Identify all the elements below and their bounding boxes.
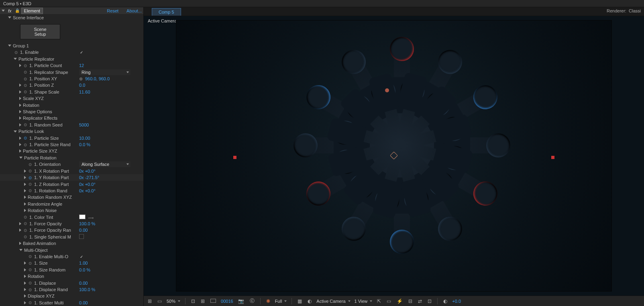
position-z-row[interactable]: ⊙ 1. Position Z 0.0 [0,82,143,88]
expand-icon[interactable] [19,116,21,120]
scatter-multi-row[interactable]: ⊙ 1. Scatter Multi 0.00 [0,300,143,306]
enable-multi-row[interactable]: ⊙ 1. Enable Multi-O ✓ [0,253,143,260]
enable-checkbox[interactable]: ✓ [79,50,84,55]
enable-multi-checkbox[interactable]: ✓ [79,254,84,259]
stopwatch-icon[interactable]: ⊙ [23,215,28,220]
force-opacity-ran-row[interactable]: ⊙ 1. Force Opacity Ran 0.00 [0,227,143,233]
multi-displace-rand-value[interactable]: 100.0 % [79,287,95,292]
reset-link[interactable]: Reset [107,8,118,13]
randomize-angle-row[interactable]: Randomize Angle [0,201,143,207]
particle-count-row[interactable]: ⊙ 1. Particle Count 12 [0,62,143,69]
rotation-random-xyz-row[interactable]: Rotation Random XYZ [0,194,143,200]
z-rotation-row[interactable]: ⊙ 1. Z Rotation Part 0x +0.0° [0,181,143,187]
magnify-icon[interactable]: ⊞ [147,298,153,304]
particle-size-value[interactable]: 10.00 [79,136,90,141]
shape-scale-row[interactable]: ⊙ 1. Shape Scale 11.60 [0,89,143,95]
particle-rotation-row[interactable]: Particle Rotation [0,155,143,161]
particle-replicator-row[interactable]: Particle Replicator [0,56,143,62]
multi-rotation-row[interactable]: Rotation [0,273,143,279]
stopwatch-icon[interactable]: ⊙ [28,287,33,292]
stopwatch-icon[interactable]: ⊙ [23,63,28,68]
stopwatch-icon[interactable]: ⊙ [28,254,33,259]
random-seed-value[interactable]: 5000 [79,122,89,127]
scatter-multi-value[interactable]: 0.00 [79,300,88,305]
random-seed-row[interactable]: ⊙ 1. Random Seed 5000 [0,122,143,128]
shape-scale-value[interactable]: 11.60 [79,90,90,94]
stopwatch-icon[interactable]: ⊙ [28,261,33,265]
expand-icon[interactable] [19,249,22,251]
expand-icon[interactable] [19,157,22,159]
scene-setup-button[interactable]: Scene Setup [20,24,60,39]
grid-icon[interactable]: ⊞ [200,298,206,304]
scene-interface-row[interactable]: Scene Interface [0,14,143,20]
multi-displace-rand-row[interactable]: ⊙ 1. Displace Rand 100.0 % [0,286,143,293]
stopwatch-icon[interactable]: ⊙ [23,70,28,75]
timecode[interactable]: 00016 [221,299,233,304]
y-rotation-row[interactable]: ⊙ 1. Y Rotation Part 0x -271.5° [0,174,143,181]
particle-look-row[interactable]: Particle Look [0,128,143,135]
x-rotation-row[interactable]: ⊙ 1. X Rotation Part 0x +0.0° [0,168,143,174]
effect-name[interactable]: Element [21,8,43,14]
stopwatch-icon[interactable]: ⊙ [28,281,33,286]
expand-icon[interactable] [19,110,21,113]
expand-icon[interactable] [24,209,26,212]
multi-size-value[interactable]: 1.00 [79,261,88,265]
multi-size-random-value[interactable]: 0.0 % [79,267,90,272]
scale-xyz-row[interactable]: Scale XYZ [0,95,143,102]
orientation-row[interactable]: ⊙ 1. Orientation Along Surface [0,161,143,167]
force-opacity-row[interactable]: ⊙ 1. Force Opacity 100.0 % [0,220,143,227]
expand-icon[interactable] [19,149,21,153]
expand-icon[interactable] [24,196,26,199]
about-link[interactable]: About... [126,8,142,13]
expand-icon[interactable] [2,10,5,12]
x-rotation-value[interactable]: 0x +0.0° [79,169,96,173]
monitor-icon[interactable]: ▭ [157,298,163,304]
expand-icon[interactable] [24,202,26,206]
exposure-value[interactable]: +0.0 [452,299,461,304]
fast-preview-icon[interactable]: ⚡ [396,298,404,304]
stopwatch-icon[interactable]: ⊙ [28,300,33,305]
particle-size-rand-value[interactable]: 0.0 % [79,142,90,147]
camera-dropdown[interactable]: Active Camera [316,299,350,304]
stopwatch-icon[interactable]: ⊙ [23,122,28,127]
orientation-dropdown[interactable]: Along Surface [79,161,130,167]
exposure-reset-icon[interactable]: ◐ [442,298,448,304]
expand-icon[interactable] [14,58,17,60]
stopwatch-icon[interactable]: ⊙ [23,90,28,94]
expand-icon[interactable] [19,242,21,245]
expand-icon[interactable] [24,282,26,285]
replicator-shape-dropdown[interactable]: Ring [79,69,130,75]
expand-icon[interactable] [24,176,26,179]
stopwatch-icon[interactable]: ⊙ [23,76,28,81]
stopwatch-icon[interactable]: ⊙ [28,188,33,193]
shape-options-row[interactable]: Shape Options [0,108,143,115]
expand-icon[interactable] [24,183,26,186]
stopwatch-icon[interactable]: ⊙ [14,50,18,55]
expand-icon[interactable] [24,294,26,298]
expand-icon[interactable] [19,90,21,94]
crop-icon[interactable]: ⊡ [190,298,196,304]
position-xy-row[interactable]: ⊙ 1. Position XY ⊕960.0, 960.0 [0,75,143,82]
expand-icon[interactable] [19,137,21,140]
position-xy-value[interactable]: 960.0, 960.0 [85,76,110,81]
stopwatch-icon[interactable]: ⊙ [28,175,33,180]
share-icon[interactable]: ⇱ [376,298,382,304]
color-tint-row[interactable]: ⊙ 1. Color Tint ⟿ [0,214,143,220]
comp-flow-icon[interactable]: ⇄ [417,298,423,304]
z-rotation-value[interactable]: 0x +0.0° [79,182,96,187]
expand-icon[interactable] [19,97,21,100]
expand-icon[interactable] [8,45,11,47]
single-spherical-row[interactable]: ⊙ 1. Single Spherical M [0,234,143,240]
expand-icon[interactable] [19,222,21,225]
multi-displace-xyz-row[interactable]: Displace XYZ [0,293,143,299]
expand-icon[interactable] [19,104,21,107]
expand-icon[interactable] [19,143,21,146]
color-mgmt-icon[interactable]: ❋ [265,298,271,304]
particle-count-value[interactable]: 12 [79,63,84,68]
zoom-dropdown[interactable]: 50% [167,299,180,304]
snapshot-icon[interactable]: 📷 [237,298,245,304]
region-handle-right[interactable] [551,156,554,159]
expand-icon[interactable] [24,268,26,271]
region-handle-left[interactable] [233,156,236,159]
replicator-effects-row[interactable]: Replicator Effects [0,115,143,121]
